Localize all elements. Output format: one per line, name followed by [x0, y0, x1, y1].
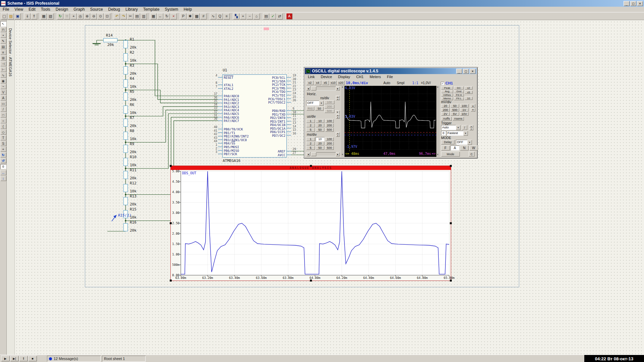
- scope-menu-device[interactable]: Device: [318, 75, 335, 79]
- ms-2-button[interactable]: 2: [306, 141, 315, 145]
- scroll-thumb[interactable]: [311, 86, 316, 90]
- delay-button[interactable]: Delay: [441, 140, 454, 144]
- resistor-body[interactable]: [123, 53, 128, 61]
- scope-close-button[interactable]: ×: [470, 69, 476, 74]
- mv-5V-button[interactable]: 5V: [450, 112, 459, 116]
- play-button[interactable]: ▶: [1, 356, 10, 361]
- stop-button[interactable]: ■: [28, 356, 37, 361]
- resistor-body[interactable]: [123, 66, 128, 74]
- us-down-button[interactable]: ▼: [336, 116, 340, 119]
- hzoom-x20-button[interactable]: x20: [337, 80, 344, 85]
- mv-100-button[interactable]: 100: [460, 104, 469, 108]
- hold-off-dropdown[interactable]: OFF▼: [306, 101, 324, 106]
- resistor-ref[interactable]: R10: [130, 155, 137, 159]
- resistor-value[interactable]: 20k: [130, 228, 137, 233]
- us-5-button[interactable]: 5: [306, 128, 315, 132]
- ms-1-button[interactable]: 1: [306, 137, 315, 141]
- resistor-value[interactable]: 20k: [130, 124, 137, 128]
- resistor-body[interactable]: [123, 79, 128, 87]
- ms-100-button[interactable]: 100: [325, 137, 334, 141]
- resistor-ref[interactable]: R3: [130, 63, 134, 68]
- filter-f-button[interactable]: F: [441, 145, 450, 150]
- ch1-gnd-button[interactable]: Gnd: [454, 90, 464, 93]
- selection-handle[interactable]: [170, 165, 172, 167]
- resistor-value[interactable]: 10k: [130, 111, 137, 115]
- ns-50-button[interactable]: 50: [315, 107, 324, 111]
- hzoom-x10-button[interactable]: x10: [329, 80, 337, 85]
- scope-titlebar[interactable]: ∿OSCILL digital oscilloscope v.1.4.5_□×: [305, 68, 477, 74]
- tap-wire[interactable]: [126, 90, 218, 103]
- ms-50-button[interactable]: 50: [316, 146, 324, 150]
- ch1-avg-button[interactable]: Avg: [441, 90, 453, 93]
- resistor-ref[interactable]: R6: [130, 103, 134, 107]
- ground-wire[interactable]: [97, 40, 103, 44]
- asens-button[interactable]: Asens: [452, 117, 464, 121]
- mv-down-button[interactable]: ▼: [471, 108, 475, 112]
- resistor-value[interactable]: 20k: [130, 98, 137, 102]
- us-100-button[interactable]: 100: [325, 119, 334, 123]
- resistor-ref[interactable]: R1: [130, 37, 134, 42]
- mv-1V-button[interactable]: 1V: [460, 108, 469, 112]
- delay-dropdown-arrow[interactable]: ▼: [467, 140, 472, 145]
- ms-10-button[interactable]: 10: [316, 137, 324, 141]
- c-button[interactable]: C: [469, 152, 475, 157]
- resistor-ref[interactable]: R5: [130, 89, 134, 94]
- us-50-button[interactable]: 50: [316, 128, 324, 132]
- ch1-checkbox[interactable]: ✓: [441, 82, 444, 85]
- ms-down-button[interactable]: ▼: [336, 134, 340, 137]
- selection-handle[interactable]: [170, 280, 172, 282]
- tap-wire[interactable]: [126, 114, 218, 169]
- us-10-button[interactable]: 10: [316, 119, 324, 123]
- message-panel[interactable]: 12 Message(s): [47, 356, 101, 362]
- hzoom-x2-button[interactable]: x2: [306, 80, 314, 85]
- selection-handle[interactable]: [310, 165, 312, 167]
- ch1-hires-button[interactable]: HiRes: [441, 93, 453, 97]
- resistor-ref[interactable]: R13: [130, 194, 137, 198]
- resistor-body[interactable]: [123, 119, 128, 127]
- resistor-body[interactable]: [123, 184, 128, 192]
- analysis-graph[interactable]: ANALOGUE ANALYSIS5.004.504.003.503.002.5…: [170, 166, 451, 281]
- us-20-button[interactable]: 20: [316, 123, 324, 127]
- us-200-button[interactable]: 200: [325, 123, 334, 127]
- resistor-value[interactable]: 20k: [107, 43, 114, 47]
- ms-500-button[interactable]: 500: [325, 146, 334, 150]
- hold-off-dropdown-arrow[interactable]: ▼: [319, 101, 324, 106]
- resistor-body[interactable]: [103, 38, 117, 42]
- resistor-body[interactable]: [123, 132, 128, 140]
- ns-down-button[interactable]: ▼: [336, 98, 340, 100]
- resistor-ref[interactable]: R16: [130, 220, 137, 225]
- resistor-ref[interactable]: R14: [106, 33, 113, 38]
- resistor-body[interactable]: [123, 93, 128, 101]
- ch1-gain-x2-button[interactable]: x2: [465, 86, 473, 89]
- delay-dropdown[interactable]: OFF▼: [456, 140, 472, 145]
- selection-handle[interactable]: [310, 280, 312, 282]
- resistor-body[interactable]: [123, 223, 128, 231]
- scope-menu-ch1[interactable]: CH1: [353, 75, 367, 79]
- scope-menu-link[interactable]: Link: [305, 75, 318, 79]
- tap-wire[interactable]: [126, 107, 218, 116]
- selection-handle[interactable]: [170, 222, 172, 224]
- step-button[interactable]: ▶|: [10, 356, 19, 361]
- resistor-body[interactable]: [123, 197, 128, 205]
- selection-handle[interactable]: [450, 165, 452, 167]
- resistor-value[interactable]: 20k: [130, 176, 137, 180]
- scroll-left-button[interactable]: ◄: [306, 86, 310, 90]
- mv-up-button[interactable]: ▲: [471, 104, 475, 108]
- oscilloscope-window[interactable]: ∿OSCILL digital oscilloscope v.1.4.5_□×L…: [304, 67, 478, 159]
- aoffs-button[interactable]: Aoffs: [441, 117, 452, 121]
- resistor-ref[interactable]: R2: [130, 50, 134, 55]
- sample-speed-dropdown[interactable]: Fastest▼: [446, 131, 468, 136]
- ch1-fit-h-button[interactable]: Fit H: [454, 93, 464, 97]
- resistor-ref[interactable]: R8: [130, 129, 134, 133]
- resistor-body[interactable]: [123, 106, 128, 114]
- scroll-left-button[interactable]: ◄: [306, 152, 310, 156]
- ch1-fit-l-button[interactable]: Fit L: [454, 97, 464, 100]
- ms-20-button[interactable]: 20: [316, 141, 324, 145]
- mv-2V-button[interactable]: 2V: [441, 112, 450, 116]
- mv-50-button[interactable]: 50: [450, 104, 459, 108]
- scroll-right-button[interactable]: ►: [336, 86, 340, 90]
- ms-200-button[interactable]: 200: [325, 141, 334, 145]
- trigger-level-field[interactable]: 0: [441, 131, 446, 135]
- mode-button[interactable]: Mode: [441, 152, 460, 157]
- resistor-ref[interactable]: R15: [130, 207, 137, 212]
